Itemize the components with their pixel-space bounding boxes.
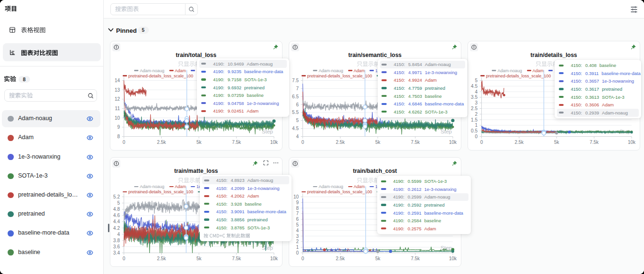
svg-text:2.5k: 2.5k [514, 140, 524, 145]
svg-text:4: 4 [296, 134, 299, 139]
svg-text:0: 0 [301, 255, 304, 261]
svg-text:7.5: 7.5 [292, 78, 299, 83]
svg-text:2: 2 [475, 112, 478, 117]
svg-text:2.5k: 2.5k [156, 255, 166, 261]
svg-text:10k: 10k [270, 140, 278, 145]
svg-text:8: 8 [117, 134, 120, 139]
svg-text:14: 14 [114, 78, 120, 83]
svg-text:5: 5 [117, 200, 120, 206]
svg-text:3: 3 [296, 233, 299, 238]
svg-text:2.5k: 2.5k [335, 140, 345, 145]
svg-text:7.5k: 7.5k [410, 140, 420, 145]
svg-text:10: 10 [293, 194, 299, 199]
svg-text:7.5k: 7.5k [410, 255, 420, 261]
svg-text:4.2: 4.2 [113, 225, 120, 230]
svg-text:3.5: 3.5 [471, 94, 478, 100]
svg-text:2: 2 [296, 239, 299, 244]
svg-text:5k: 5k [375, 255, 381, 261]
svg-text:4: 4 [475, 89, 478, 94]
svg-text:7: 7 [296, 86, 299, 91]
svg-text:5k: 5k [196, 255, 202, 261]
svg-text:7.5k: 7.5k [232, 140, 241, 145]
svg-text:13: 13 [114, 87, 120, 93]
svg-text:5: 5 [296, 118, 299, 123]
svg-text:7: 7 [296, 211, 299, 216]
svg-text:10k: 10k [449, 255, 457, 261]
svg-text:5: 5 [296, 222, 299, 227]
svg-text:2.5k: 2.5k [156, 140, 166, 145]
svg-text:0: 0 [122, 140, 125, 145]
svg-text:6: 6 [296, 102, 299, 107]
svg-text:10k: 10k [270, 255, 278, 261]
svg-text:5k: 5k [196, 140, 202, 145]
svg-text:5.5: 5.5 [292, 110, 299, 115]
svg-text:4.6: 4.6 [113, 213, 120, 218]
svg-text:10k: 10k [449, 140, 457, 145]
svg-text:5.2: 5.2 [113, 194, 120, 199]
svg-text:0: 0 [122, 255, 125, 261]
svg-text:8: 8 [296, 205, 299, 210]
svg-text:11: 11 [115, 106, 120, 111]
svg-text:9: 9 [117, 124, 120, 130]
svg-text:0: 0 [296, 250, 299, 255]
svg-text:0: 0 [301, 140, 304, 145]
svg-text:10: 10 [114, 115, 120, 121]
svg-text:2.5: 2.5 [471, 106, 478, 111]
svg-text:2.5k: 2.5k [335, 255, 345, 261]
svg-text:5k: 5k [375, 140, 381, 145]
svg-text:5: 5 [475, 78, 478, 83]
svg-text:0.5: 0.5 [471, 128, 478, 133]
svg-text:1: 1 [475, 123, 478, 128]
svg-text:12: 12 [114, 96, 120, 102]
svg-text:9: 9 [296, 199, 299, 205]
svg-text:7.5k: 7.5k [589, 140, 599, 145]
svg-text:4.8: 4.8 [113, 207, 120, 212]
svg-text:4.5: 4.5 [471, 84, 478, 89]
svg-text:4: 4 [117, 231, 120, 236]
svg-text:3: 3 [475, 100, 478, 105]
svg-text:6: 6 [296, 217, 299, 222]
svg-text:0: 0 [475, 134, 478, 139]
svg-text:7.5k: 7.5k [232, 255, 241, 261]
svg-text:1.5: 1.5 [471, 117, 478, 123]
svg-text:3.8: 3.8 [113, 237, 120, 243]
svg-text:1: 1 [296, 245, 299, 250]
svg-text:6.5: 6.5 [292, 94, 299, 99]
svg-text:4: 4 [296, 227, 299, 233]
svg-text:0: 0 [480, 140, 483, 145]
svg-text:10k: 10k [627, 140, 635, 145]
svg-text:4.4: 4.4 [113, 219, 120, 224]
svg-text:4.5: 4.5 [292, 126, 299, 131]
svg-text:3.6: 3.6 [113, 244, 120, 249]
svg-text:3.4: 3.4 [113, 250, 120, 255]
svg-text:5k: 5k [554, 140, 559, 145]
